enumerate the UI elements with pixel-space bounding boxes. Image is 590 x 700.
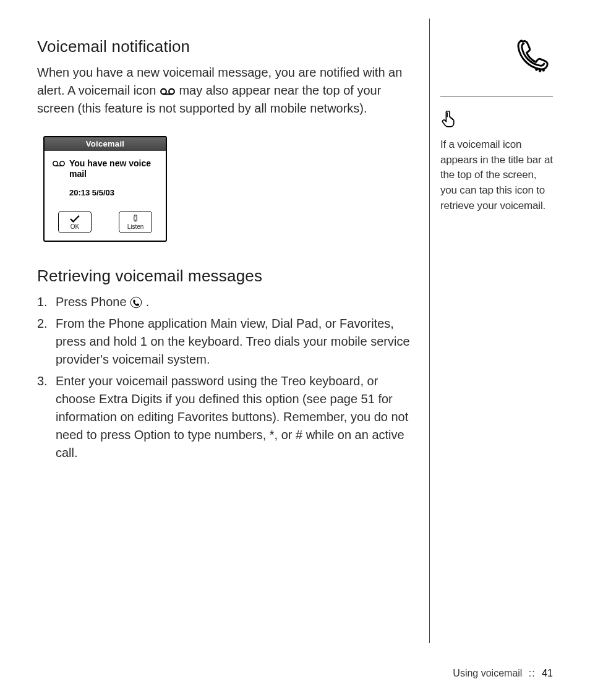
svg-point-3: [53, 161, 58, 166]
paragraph-voicemail-notification: When you have a new voicemail message, y…: [37, 64, 411, 117]
ok-label: OK: [71, 223, 79, 230]
step-text: From the Phone application Main view, Di…: [56, 315, 411, 369]
page-footer: Using voicemail :: 41: [453, 668, 553, 679]
tip-text: If a voicemail icon appears in the title…: [440, 137, 553, 213]
svg-point-0: [161, 89, 166, 95]
phone-timestamp: 20:13 5/5/03: [69, 188, 158, 197]
svg-rect-7: [135, 216, 136, 216]
footer-section: Using voicemail: [453, 668, 522, 678]
svg-point-9: [130, 297, 142, 308]
phone-title-bar: Voicemail: [45, 137, 166, 151]
phone-message-text: You have new voice mail: [69, 158, 158, 179]
voicemail-tape-icon: [52, 158, 69, 169]
step-number: 3.: [37, 372, 56, 462]
svg-point-12: [542, 69, 545, 72]
svg-rect-8: [135, 220, 136, 221]
step-number: 2.: [37, 315, 56, 369]
phone-screenshot: Voicemail You have new voice mail 20:13 …: [43, 136, 167, 242]
voicemail-tape-icon: [160, 83, 176, 92]
step-text: Enter your voicemail password using the …: [56, 372, 411, 462]
list-item: 3. Enter your voicemail password using t…: [37, 372, 411, 462]
step-text: Press Phone: [56, 295, 130, 309]
list-item: 1. Press Phone .: [37, 293, 411, 311]
step-number: 1.: [37, 293, 56, 311]
sidebar-column: If a voicemail icon appears in the title…: [429, 37, 553, 213]
svg-point-1: [169, 89, 174, 95]
steps-list: 1. Press Phone . 2. From the Phone appli…: [37, 293, 411, 462]
check-icon: [69, 214, 80, 223]
ok-button[interactable]: OK: [58, 211, 92, 233]
section-phone-icon: [440, 37, 553, 96]
listen-button[interactable]: Listen: [119, 211, 152, 233]
phone-handset-icon: [132, 214, 139, 223]
heading-voicemail-notification: Voicemail notification: [37, 37, 411, 56]
step-text-end: .: [146, 295, 150, 309]
svg-point-10: [535, 68, 538, 71]
phone-button-icon: [130, 296, 142, 308]
main-column: Voicemail notification When you have a n…: [37, 37, 429, 669]
svg-point-11: [539, 69, 542, 72]
listen-label: Listen: [127, 223, 144, 230]
pointing-hand-icon: [440, 109, 553, 130]
heading-retrieving-voicemail: Retrieving voicemail messages: [37, 267, 411, 286]
svg-point-4: [60, 161, 64, 166]
list-item: 2. From the Phone application Main view,…: [37, 315, 411, 369]
footer-separator: ::: [529, 668, 536, 678]
page-number: 41: [542, 668, 553, 678]
vertical-divider: [429, 19, 430, 643]
